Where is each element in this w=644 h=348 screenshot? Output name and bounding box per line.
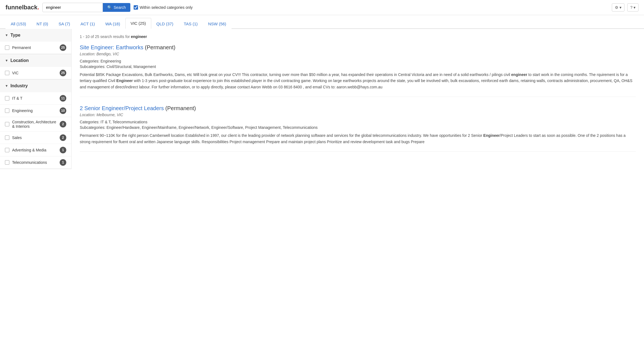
filter-location-vic[interactable]: VIC 25 [0,67,71,79]
filter-industry-it-t-checkbox[interactable] [5,96,9,100]
job-title-2: 2 Senior Engineer/Project Leaders (Perma… [80,105,636,112]
filter-industry-label: Industry [10,83,28,88]
filter-section-location: ▼ Location VIC 25 [0,54,71,80]
job-type-2: (Permanent) [165,105,196,111]
filter-industry-advertising-count: 1 [60,147,66,153]
job-categories-2: Categories: IT & T, Telecommunications [80,120,636,124]
filter-industry-construction-count: 2 [60,121,66,127]
sidebar: ▼ Type Permanent 25 ▼ Location VIC [0,29,71,169]
job-link-1[interactable]: Site Engineer: Earthworks [80,44,143,50]
filter-industry-sales-count: 2 [60,134,66,141]
filter-type-permanent-count: 25 [60,44,66,51]
filter-industry-engineering-label: Engineering [12,108,33,113]
filter-industry-telecommunications-label: Telecommunications [12,160,47,165]
filter-industry-construction-label: Construction, Architecture & Interiors [12,120,60,129]
tab-nsw[interactable]: NSW (56) [203,18,232,29]
header-icons: ⚙ ▾ ? ▾ [612,3,639,12]
help-button[interactable]: ? ▾ [627,3,639,12]
search-box: 🔍 Search [42,3,130,12]
location-tabs: All (153) NT (0) SA (7) ACT (1) WA (18) … [0,17,644,29]
help-chevron: ▾ [634,5,635,10]
within-categories-checkbox[interactable] [134,5,138,10]
filter-type-label: Type [10,33,20,38]
job-listing-1: Site Engineer: Earthworks (Permanent) Lo… [80,44,636,97]
results-summary-prefix: 1 - 10 of 25 search results for [80,34,131,39]
tab-qld[interactable]: QLD (37) [151,18,179,29]
job-description-1: Potential $85K Package Excavations, Bulk… [80,72,636,90]
tab-act[interactable]: ACT (1) [75,18,100,29]
job-link-2[interactable]: 2 Senior Engineer/Project Leaders [80,105,164,111]
job-type-1: (Permanent) [145,44,175,50]
main-layout: ▼ Type Permanent 25 ▼ Location VIC [0,29,644,169]
job-subcategories-2: Subcategories: Engineer/Hardware, Engine… [80,125,636,130]
filter-industry-sales-label: Sales [12,135,22,140]
tab-vic[interactable]: VIC (25) [125,18,151,29]
gear-chevron: ▾ [620,5,621,10]
header: funnelback. 🔍 Search Within selected cat… [0,0,644,15]
job-subcategories-1: Subcategories: Civil/Structural, Managem… [80,64,636,69]
results-summary: 1 - 10 of 25 search results for engineer [80,34,636,39]
tab-sa[interactable]: SA (7) [53,18,75,29]
search-input[interactable] [42,3,103,12]
filter-industry-sales[interactable]: Sales 2 [0,132,71,144]
within-categories-checkbox-label[interactable]: Within selected categories only [134,5,193,10]
within-categories-label: Within selected categories only [140,5,193,10]
chevron-down-icon: ▼ [5,33,8,37]
filter-type-permanent-label: Permanent [12,45,31,50]
filter-type-permanent[interactable]: Permanent 25 [0,42,71,54]
filter-industry-construction-checkbox[interactable] [5,122,9,126]
tab-wa[interactable]: WA (18) [100,18,125,29]
gear-button[interactable]: ⚙ ▾ [612,3,624,12]
results-area: 1 - 10 of 25 search results for engineer… [71,29,644,169]
job-categories-1: Categories: Engineering [80,59,636,63]
filter-location-header[interactable]: ▼ Location [0,54,71,67]
filter-type-header[interactable]: ▼ Type [0,29,71,42]
tab-nt[interactable]: NT (0) [31,18,53,29]
chevron-down-icon-3: ▼ [5,84,8,88]
search-button[interactable]: 🔍 Search [103,3,130,12]
filter-industry-telecommunications-count: 1 [60,159,66,166]
filter-industry-telecommunications-checkbox[interactable] [5,160,9,165]
filter-industry-engineering-checkbox[interactable] [5,108,9,113]
job-listing-2: 2 Senior Engineer/Project Leaders (Perma… [80,105,636,152]
gear-icon: ⚙ [615,5,618,10]
job-description-2: Permanent 90~110K for the right person C… [80,132,636,145]
tab-tas[interactable]: TAS (1) [178,18,203,29]
filter-industry-telecommunications[interactable]: Telecommunications 1 [0,156,71,169]
filter-location-label: Location [10,58,29,63]
tab-all[interactable]: All (153) [5,18,31,29]
filter-location-vic-checkbox[interactable] [5,71,9,75]
job-location-2: Location: Melbourne, VIC [80,113,636,117]
results-query: engineer [131,34,147,39]
filter-section-type: ▼ Type Permanent 25 [0,29,71,54]
filter-industry-advertising-media[interactable]: Advertising & Media 1 [0,144,71,156]
search-button-label: Search [114,5,126,10]
filter-section-industry: ▼ Industry IT & T 11 Engineering 10 [0,80,71,169]
filter-industry-engineering-count: 10 [60,107,66,114]
filter-industry-advertising-checkbox[interactable] [5,148,9,152]
filter-industry-sales-checkbox[interactable] [5,135,9,140]
job-title-1: Site Engineer: Earthworks (Permanent) [80,44,636,51]
filter-location-vic-count: 25 [60,70,66,76]
filter-industry-header[interactable]: ▼ Industry [0,80,71,92]
filter-industry-construction[interactable]: Construction, Architecture & Interiors 2 [0,117,71,132]
filter-location-vic-label: VIC [12,71,18,75]
help-icon: ? [630,5,632,10]
logo: funnelback. [5,4,39,11]
chevron-down-icon-2: ▼ [5,59,8,62]
filter-industry-it-t-count: 11 [60,95,66,102]
logo-dot: . [37,4,39,11]
filter-industry-it-t-label: IT & T [12,96,23,100]
filter-industry-advertising-label: Advertising & Media [12,148,46,152]
job-location-1: Location: Bendigo, VIC [80,52,636,56]
filter-type-permanent-checkbox[interactable] [5,45,9,50]
filter-industry-it-t[interactable]: IT & T 11 [0,92,71,105]
filter-industry-engineering[interactable]: Engineering 10 [0,105,71,117]
search-icon: 🔍 [107,5,112,10]
